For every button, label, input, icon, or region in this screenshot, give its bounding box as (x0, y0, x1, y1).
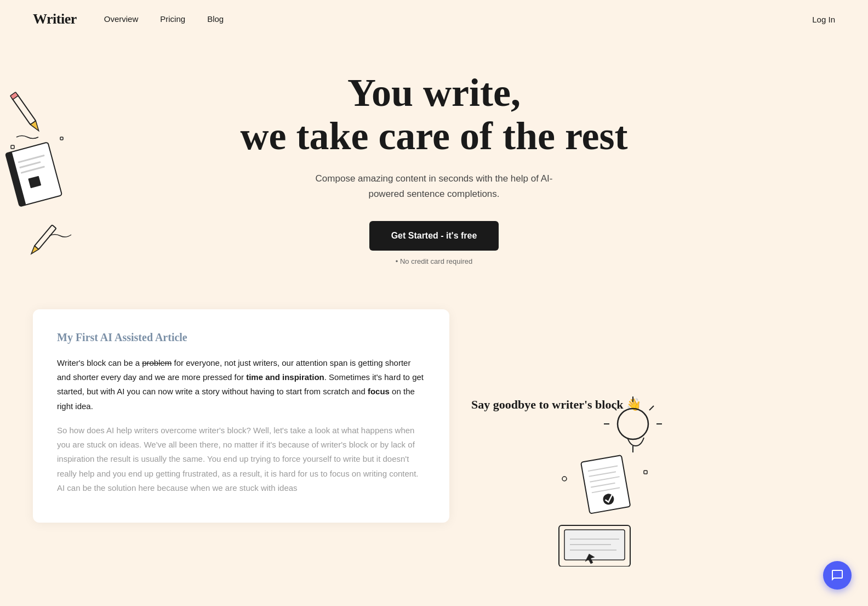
svg-line-22 (589, 472, 616, 477)
svg-line-16 (649, 406, 654, 410)
writers-block-text: Say goodbye to writer's block 👋 (471, 397, 641, 413)
svg-rect-8 (28, 176, 41, 189)
svg-line-25 (592, 488, 620, 492)
svg-rect-12 (60, 137, 63, 140)
hero-subtitle: Compose amazing content in seconds with … (313, 171, 555, 201)
nav-link-pricing[interactable]: Pricing (160, 14, 185, 24)
svg-rect-3 (5, 142, 62, 206)
svg-rect-20 (581, 455, 630, 514)
article-text-bold2: focus (368, 387, 390, 396)
cta-note: • No credit card required (396, 257, 472, 265)
svg-marker-1 (30, 121, 41, 133)
nav-links: Overview Pricing Blog (104, 14, 813, 24)
svg-point-34 (562, 477, 567, 481)
svg-rect-2 (10, 92, 18, 99)
svg-rect-9 (35, 225, 56, 250)
svg-rect-35 (644, 471, 647, 474)
article-text-strikethrough: problem (142, 358, 172, 367)
article-paragraph-2: So how does AI help writers overcome wri… (57, 423, 425, 495)
get-started-button[interactable]: Get Started - it's free (369, 221, 499, 251)
svg-line-21 (588, 466, 618, 471)
svg-rect-4 (5, 152, 26, 207)
svg-line-23 (590, 477, 619, 482)
article-card: My First AI Assisted Article Writer's bl… (33, 309, 449, 523)
svg-point-13 (618, 409, 648, 439)
article-body: Writer's block can be a problem for ever… (57, 356, 425, 495)
nav-item-overview[interactable]: Overview (104, 14, 139, 24)
svg-rect-11 (11, 145, 14, 149)
hero-section: You write, we take care of the rest Comp… (0, 38, 868, 309)
nav-item-pricing[interactable]: Pricing (160, 14, 185, 24)
content-section: My First AI Assisted Article Writer's bl… (0, 309, 868, 556)
svg-rect-27 (559, 525, 630, 567)
svg-rect-0 (12, 94, 36, 124)
logo[interactable]: Writier (33, 11, 77, 27)
hero-title: You write, we take care of the rest (240, 71, 627, 158)
article-title: My First AI Assisted Article (57, 331, 425, 344)
navigation: Writier Overview Pricing Blog Log In (0, 0, 868, 38)
chat-icon (831, 569, 844, 582)
svg-point-26 (602, 493, 615, 506)
nav-link-overview[interactable]: Overview (104, 14, 139, 24)
svg-rect-7 (21, 166, 45, 174)
nav-link-blog[interactable]: Blog (207, 14, 224, 24)
svg-marker-33 (585, 554, 595, 564)
article-paragraph-1: Writer's block can be a problem for ever… (57, 356, 425, 414)
article-text-1a: Writer's block can be a (57, 358, 142, 367)
svg-line-24 (591, 483, 615, 488)
svg-rect-28 (564, 530, 625, 560)
side-panel: Say goodbye to writer's block 👋 (471, 309, 647, 523)
left-illustration (0, 71, 93, 258)
chat-button[interactable] (823, 561, 852, 590)
svg-marker-10 (29, 246, 38, 256)
nav-item-blog[interactable]: Blog (207, 14, 224, 24)
article-text-bold1: time and inspiration (246, 372, 324, 382)
right-illustration (548, 391, 658, 556)
login-link[interactable]: Log In (812, 15, 835, 24)
svg-rect-6 (19, 161, 41, 168)
svg-rect-5 (18, 155, 45, 163)
